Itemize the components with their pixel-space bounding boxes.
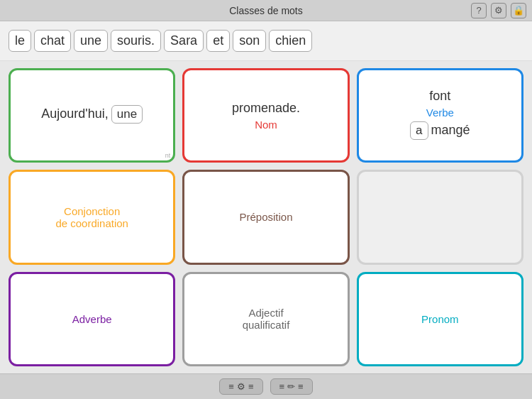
word-aujourdhui: Aujourd'hui, — [41, 106, 109, 121]
hint-nt: nt — [165, 152, 171, 159]
box-determinant-words: Aujourd'hui, une — [41, 105, 143, 124]
label-verbe: Verbe — [426, 106, 454, 119]
box-verbe-subwords: a mangé — [410, 121, 470, 140]
lines-icon-2: ≡ — [248, 381, 254, 392]
box-adverbe[interactable]: Adverbe — [9, 272, 175, 366]
word-chip-a: a — [410, 121, 428, 140]
box-conjonction[interactable]: Conjonction de coordination — [9, 170, 175, 264]
label-pronom: Pronom — [421, 313, 459, 325]
box-pronom[interactable]: Pronom — [357, 272, 523, 366]
title-bar-icons: ? ⚙ 🔒 — [471, 3, 526, 18]
word-chip-chien[interactable]: chien — [269, 30, 312, 52]
word-chip-et[interactable]: et — [206, 30, 230, 52]
word-promenade: promenade. — [232, 101, 300, 116]
box-preposition[interactable]: Préposition — [182, 170, 349, 264]
label-conjonction: Conjonction de coordination — [55, 205, 128, 229]
lines-icon-4: ≡ — [298, 381, 304, 392]
gear-small-icon: ⚙ — [237, 381, 245, 392]
bottom-btn-settings[interactable]: ≡ ⚙ ≡ — [219, 378, 262, 395]
lines-icon-3: ≡ — [279, 381, 285, 392]
box-nom-words: promenade. — [232, 101, 300, 116]
box-verbe-words: font — [429, 89, 450, 104]
title-bar: Classes de mots ? ⚙ 🔒 — [0, 0, 532, 21]
label-adverbe: Adverbe — [72, 313, 112, 325]
word-chip-une-placed: une — [111, 105, 143, 124]
help-icon[interactable]: ? — [471, 3, 487, 18]
lock-icon[interactable]: 🔒 — [511, 3, 526, 18]
word-font: font — [429, 89, 450, 104]
app-title: Classes de mots — [229, 5, 302, 16]
word-chip-chat[interactable]: chat — [34, 30, 71, 52]
box-verbe[interactable]: font Verbe a mangé — [357, 68, 523, 163]
box-nom[interactable]: promenade. Nom — [182, 68, 349, 163]
word-chip-le[interactable]: le — [9, 30, 31, 52]
label-preposition: Préposition — [239, 211, 292, 223]
label-adjectif: Adjectif qualificatif — [243, 307, 290, 331]
lines-icon-1: ≡ — [228, 381, 234, 392]
word-strip: le chat une souris. Sara et son chien — [0, 21, 532, 61]
bottom-btn-edit[interactable]: ≡ ✏ ≡ — [270, 378, 313, 395]
label-nom: Nom — [255, 119, 277, 131]
box-empty[interactable] — [357, 170, 523, 264]
word-chip-sara[interactable]: Sara — [164, 30, 204, 52]
word-chip-une[interactable]: une — [74, 30, 108, 52]
word-mange: mangé — [431, 123, 470, 138]
word-chip-son[interactable]: son — [233, 30, 266, 52]
bottom-bar: ≡ ⚙ ≡ ≡ ✏ ≡ — [0, 373, 532, 399]
main-grid: Aujourd'hui, une nt promenade. Nom font … — [0, 61, 532, 373]
word-chip-souris[interactable]: souris. — [111, 30, 161, 52]
box-determinant[interactable]: Aujourd'hui, une nt — [9, 68, 175, 163]
gear-icon[interactable]: ⚙ — [491, 3, 506, 18]
pencil-icon: ✏ — [287, 381, 295, 392]
box-adjectif[interactable]: Adjectif qualificatif — [182, 272, 349, 366]
